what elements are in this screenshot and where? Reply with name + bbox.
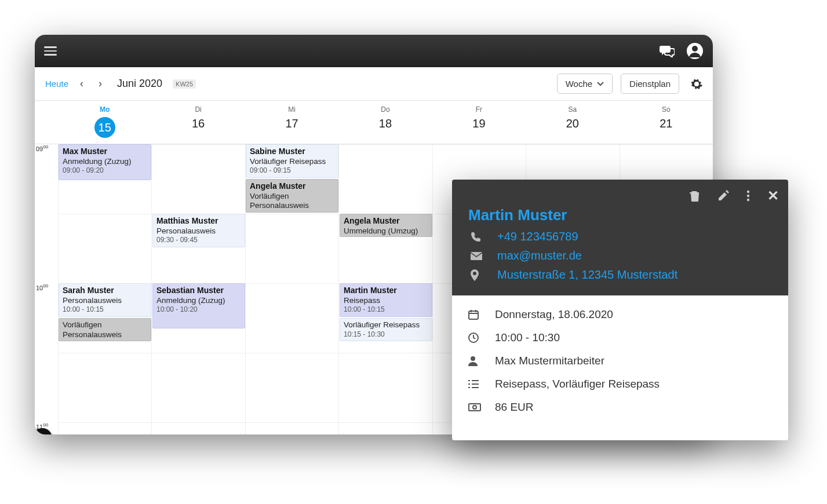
event-max-muster[interactable]: Max Muster Anmeldung (Zuzug) 09:00 - 09:… xyxy=(59,144,151,180)
prev-week-button[interactable]: ‹ xyxy=(76,75,87,92)
svg-rect-5 xyxy=(471,252,482,260)
dienstplan-button[interactable]: Dienstplan xyxy=(621,74,679,94)
day-header-mi[interactable]: Mi17 xyxy=(245,101,338,144)
svg-point-4 xyxy=(747,199,749,201)
popover-date: Donnerstag, 18.06.2020 xyxy=(495,308,613,321)
popover-address[interactable]: Musterstraße 1, 12345 Musterstadt xyxy=(497,268,677,282)
day-header-fr[interactable]: Fr19 xyxy=(432,101,526,144)
day-header-mo[interactable]: Mo15 xyxy=(58,101,151,144)
person-icon xyxy=(468,356,481,366)
svg-point-1 xyxy=(692,46,698,52)
close-icon[interactable]: ✕ xyxy=(767,188,779,204)
user-icon[interactable] xyxy=(686,42,704,60)
event-angela-muster-1[interactable]: Angela Muster Vorläufigen Personalauswei… xyxy=(246,179,338,213)
chat-icon[interactable] xyxy=(660,45,675,57)
money-icon xyxy=(468,403,481,411)
event-vorlaeufigen-ausweis[interactable]: Vorläufigen Personalausweis 10:15 - 10:3… xyxy=(59,318,151,341)
chevron-down-icon xyxy=(597,82,604,86)
event-detail-popover: ✕ Martin Muster +49 123456789 max@muster… xyxy=(452,180,788,440)
event-angela-muster-2[interactable]: Angela Muster Ummeldung (Umzug) xyxy=(340,214,432,237)
calendar-toolbar: Heute ‹ › Juni 2020 KW25 Woche Dienstpla… xyxy=(35,67,713,101)
event-sebastian-muster[interactable]: Sebastian Muster Anmeldung (Zuzug) 10:00… xyxy=(152,283,245,328)
clock-icon xyxy=(468,333,481,343)
popover-price: 86 EUR xyxy=(495,401,534,414)
popover-services: Reisepass, Vorläufiger Reisepass xyxy=(495,378,660,390)
svg-point-10 xyxy=(473,406,476,409)
topbar xyxy=(35,35,713,67)
day-header-sa[interactable]: Sa20 xyxy=(526,101,619,144)
day-header-so[interactable]: So21 xyxy=(620,101,713,144)
day-header-do[interactable]: Do18 xyxy=(338,101,432,144)
next-week-button[interactable]: › xyxy=(95,75,105,92)
phone-icon xyxy=(471,232,483,242)
popover-staff: Max Mustermitarbeiter xyxy=(495,355,604,367)
view-select[interactable]: Woche xyxy=(557,74,613,94)
more-icon[interactable] xyxy=(746,190,750,202)
popover-contact-name: Martin Muster xyxy=(468,206,772,224)
week-badge: KW25 xyxy=(173,79,196,89)
svg-rect-6 xyxy=(469,311,478,319)
popover-email[interactable]: max@muster.de xyxy=(497,249,582,262)
popover-header: ✕ Martin Muster +49 123456789 max@muster… xyxy=(452,180,788,295)
edit-icon[interactable] xyxy=(717,190,729,202)
today-button[interactable]: Heute xyxy=(45,79,68,89)
event-vorlaeufiger-reisepass[interactable]: Vorläufiger Reisepass 10:15 - 10:30 xyxy=(340,318,432,341)
event-martin-muster[interactable]: Martin Muster Reisepass 10:00 - 10:15 xyxy=(340,283,432,317)
event-sabine-muster[interactable]: Sabine Muster Vorläufiger Reisepass 09:0… xyxy=(246,144,338,178)
popover-time: 10:00 - 10:30 xyxy=(495,331,560,344)
event-matthias-muster[interactable]: Matthias Muster Personalausweis 09:30 - … xyxy=(152,214,245,247)
svg-point-2 xyxy=(747,191,749,193)
month-title: Juni 2020 xyxy=(117,78,162,90)
svg-point-3 xyxy=(747,195,749,197)
gear-icon[interactable] xyxy=(691,78,702,90)
popover-phone[interactable]: +49 123456789 xyxy=(497,230,578,243)
delete-icon[interactable] xyxy=(690,190,700,202)
day-header-di[interactable]: Di16 xyxy=(151,101,245,144)
popover-body: Donnerstag, 18.06.2020 10:00 - 10:30 Max… xyxy=(452,295,788,440)
day-header-row: Mo15 Di16 Mi17 Do18 Fr19 Sa20 So21 xyxy=(35,101,713,144)
event-sarah-muster[interactable]: Sarah Muster Personalausweis 10:00 - 10:… xyxy=(59,283,151,317)
view-select-label: Woche xyxy=(566,79,592,89)
svg-rect-9 xyxy=(469,404,480,411)
email-icon xyxy=(471,252,483,260)
menu-icon[interactable] xyxy=(44,46,57,56)
svg-point-8 xyxy=(471,356,475,361)
calendar-icon xyxy=(468,309,481,320)
location-icon xyxy=(471,269,483,281)
list-icon xyxy=(468,380,481,388)
